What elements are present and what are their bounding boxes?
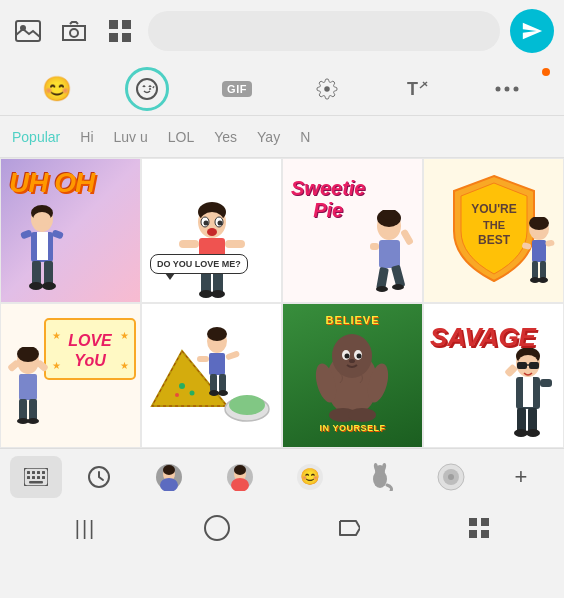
nav-grid[interactable] xyxy=(413,504,544,552)
svg-point-28 xyxy=(203,221,208,226)
svg-point-20 xyxy=(42,282,56,290)
gif-badge: GIF xyxy=(222,81,252,97)
text-style-icon: T xyxy=(405,78,429,100)
svg-rect-72 xyxy=(19,399,27,421)
tab-hi[interactable]: Hi xyxy=(80,129,93,145)
home-icon xyxy=(204,515,230,541)
svg-point-102 xyxy=(348,408,376,422)
keyboard-icon xyxy=(24,468,48,486)
more-dots-icon xyxy=(495,85,519,93)
notification-dot xyxy=(542,68,550,76)
nav-back[interactable]: ||| xyxy=(20,504,151,552)
grid-icon[interactable] xyxy=(102,13,138,49)
toolbar-settings[interactable] xyxy=(282,66,372,112)
svg-rect-4 xyxy=(122,20,131,29)
emoji-icon: 😊 xyxy=(42,75,72,103)
sticker-believe[interactable]: BELIEVE xyxy=(282,303,423,448)
svg-point-144 xyxy=(448,474,454,480)
add-button[interactable]: + xyxy=(488,456,554,498)
character-figure-5 xyxy=(6,347,51,447)
sticker-sweetiepie[interactable]: SweetiePie xyxy=(282,158,423,303)
uhoh-text: UH OH xyxy=(9,169,94,197)
svg-rect-111 xyxy=(504,364,518,378)
bitmoji-button[interactable]: 😊 xyxy=(277,456,343,498)
top-bar xyxy=(0,0,564,62)
svg-rect-125 xyxy=(42,476,45,479)
svg-point-115 xyxy=(514,429,528,437)
svg-point-19 xyxy=(29,282,43,290)
image-icon[interactable] xyxy=(10,13,46,49)
svg-text:★: ★ xyxy=(52,360,61,371)
svg-rect-88 xyxy=(210,374,217,392)
avatar1-button[interactable] xyxy=(136,456,202,498)
svg-rect-126 xyxy=(29,481,43,484)
sticker-loveyou[interactable]: LOVE YoU ★ ★ ★ ★ xyxy=(0,303,141,448)
sticker-samosa[interactable] xyxy=(141,303,282,448)
believe-text-bottom: IN YOURSELF xyxy=(285,423,420,433)
plus-icon: + xyxy=(514,464,527,490)
svg-point-37 xyxy=(211,290,225,298)
tab-n[interactable]: N xyxy=(300,129,310,145)
svg-text:★: ★ xyxy=(120,330,129,341)
sticker-icon xyxy=(135,77,159,101)
svg-rect-21 xyxy=(20,229,33,239)
sticker-grid: UH OH xyxy=(0,158,564,448)
sticker-uhoh[interactable]: UH OH xyxy=(0,158,141,303)
svg-point-80 xyxy=(175,393,179,397)
message-input[interactable] xyxy=(148,11,500,51)
tab-lol[interactable]: LOL xyxy=(168,129,194,145)
svg-point-2 xyxy=(70,29,78,37)
toolbar-emoji[interactable]: 😊 xyxy=(12,66,102,112)
svg-rect-86 xyxy=(225,350,240,360)
svg-rect-106 xyxy=(517,362,527,369)
camera-icon[interactable] xyxy=(56,13,92,49)
toolbar-text[interactable]: T xyxy=(372,66,462,112)
tab-yay[interactable]: Yay xyxy=(257,129,280,145)
kangaroo-icon xyxy=(365,463,395,491)
svg-rect-42 xyxy=(400,229,414,246)
svg-point-98 xyxy=(349,359,355,363)
nav-recents[interactable] xyxy=(282,504,413,552)
believe-text-top: BELIEVE xyxy=(287,314,418,326)
character-figure-8 xyxy=(498,347,558,447)
nav-home[interactable] xyxy=(151,504,282,552)
svg-point-75 xyxy=(27,418,39,424)
toolbar-gif[interactable]: GIF xyxy=(192,66,282,112)
keyboard-button[interactable] xyxy=(10,456,62,498)
category-tabs: Popular Hi Luv u LOL Yes Yay N xyxy=(0,116,564,158)
svg-point-79 xyxy=(189,390,194,395)
tab-luv[interactable]: Luv u xyxy=(114,129,148,145)
toolbar-more[interactable] xyxy=(462,66,552,112)
sticker-savage[interactable]: SAVAGE xyxy=(423,303,564,448)
toolbar-row: 😊 GIF T xyxy=(0,62,564,116)
samosa-graphic xyxy=(147,321,277,431)
sticker-doyouloveme[interactable]: DO YOU LOVE ME? xyxy=(141,158,282,303)
avatar2-button[interactable] xyxy=(207,456,273,498)
svg-rect-85 xyxy=(209,353,225,375)
savage-text: SAVAGE xyxy=(430,324,536,350)
svg-rect-120 xyxy=(37,471,40,474)
svg-rect-119 xyxy=(32,471,35,474)
sweetiepie-text: SweetiePie xyxy=(291,177,365,221)
toolbar-sticker[interactable] xyxy=(102,66,192,112)
tab-popular[interactable]: Popular xyxy=(12,129,60,145)
send-button[interactable] xyxy=(510,9,554,53)
svg-point-116 xyxy=(526,429,540,437)
svg-text:LOVE: LOVE xyxy=(68,332,113,349)
svg-rect-55 xyxy=(545,239,555,246)
svg-rect-123 xyxy=(32,476,35,479)
svg-rect-3 xyxy=(109,20,118,29)
svg-text:T: T xyxy=(407,79,418,99)
grid-nav-icon xyxy=(468,517,490,539)
svg-rect-146 xyxy=(481,518,489,526)
character-figure-2 xyxy=(177,202,247,302)
toy-button[interactable] xyxy=(417,456,483,498)
animal-button[interactable] xyxy=(347,456,413,498)
svg-rect-43 xyxy=(370,243,379,250)
svg-rect-69 xyxy=(19,374,37,400)
tab-yes[interactable]: Yes xyxy=(214,129,237,145)
recent-button[interactable] xyxy=(66,456,132,498)
svg-rect-16 xyxy=(37,232,48,260)
svg-rect-54 xyxy=(521,242,531,250)
sticker-yourebest[interactable]: YOU'RE THE BEST xyxy=(423,158,564,303)
